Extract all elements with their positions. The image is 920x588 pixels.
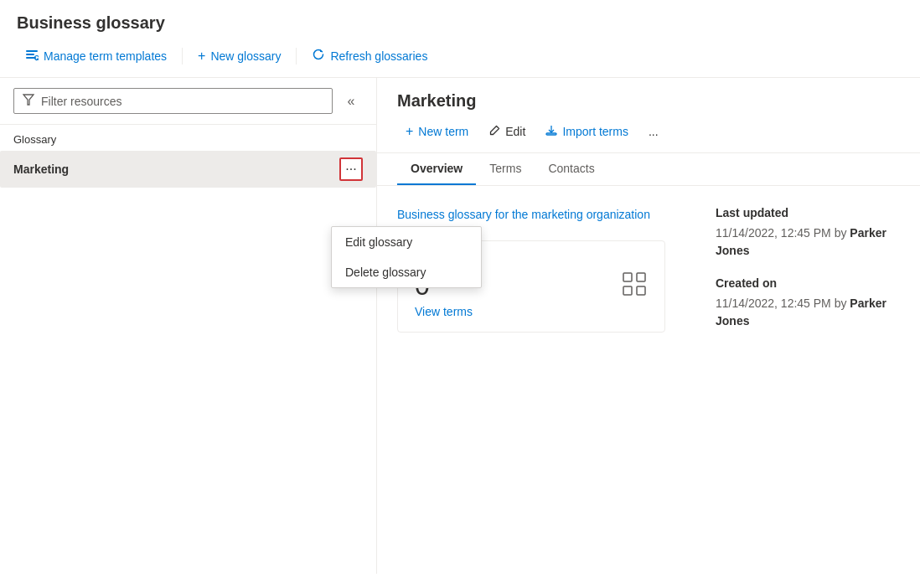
tab-overview[interactable]: Overview — [397, 153, 476, 185]
last-updated-value: 11/14/2022, 12:45 PM by Parker Jones — [716, 224, 900, 260]
delete-glossary-label: Delete glossary — [345, 266, 426, 279]
collapse-sidebar-button[interactable]: « — [339, 90, 363, 113]
overview-right: Last updated 11/14/2022, 12:45 PM by Par… — [716, 206, 900, 554]
more-options-icon: ... — [649, 125, 659, 138]
delete-glossary-menu-item[interactable]: Delete glossary — [332, 257, 481, 287]
edit-button[interactable]: Edit — [480, 120, 534, 144]
grid-icon — [621, 271, 648, 303]
svg-rect-7 — [623, 273, 632, 281]
manage-templates-label: Manage term templates — [44, 49, 167, 63]
toolbar-separator-1 — [182, 48, 183, 64]
top-bar: Business glossary Manage term templates … — [0, 0, 920, 78]
refresh-icon — [312, 48, 325, 64]
filter-icon — [23, 94, 34, 108]
import-terms-label: Import terms — [562, 125, 628, 138]
svg-rect-10 — [637, 286, 645, 295]
new-term-button[interactable]: + New term — [397, 119, 477, 144]
svg-rect-1 — [26, 54, 34, 55]
svg-marker-5 — [23, 95, 34, 105]
manage-templates-button[interactable]: Manage term templates — [17, 43, 175, 69]
glossary-section-label: Glossary — [0, 125, 376, 151]
ellipsis-icon: ··· — [345, 162, 356, 177]
new-term-plus-icon: + — [406, 124, 413, 139]
last-updated-section: Last updated 11/14/2022, 12:45 PM by Par… — [716, 206, 900, 260]
toolbar-separator-2 — [296, 48, 297, 64]
tab-contacts-label: Contacts — [548, 162, 594, 175]
sidebar: Filter resources « Glossary Marketing ··… — [0, 78, 377, 574]
import-terms-button[interactable]: Import terms — [537, 120, 637, 144]
content-toolbar: + New term Edit Import terms ... — [397, 119, 900, 144]
plus-icon: + — [198, 49, 205, 64]
chevron-left-icon: « — [348, 94, 355, 109]
new-glossary-label: New glossary — [210, 49, 281, 63]
refresh-button[interactable]: Refresh glossaries — [303, 43, 436, 69]
created-on-value: 11/14/2022, 12:45 PM by Parker Jones — [716, 295, 900, 330]
filter-resources-input[interactable]: Filter resources — [13, 88, 333, 114]
svg-rect-9 — [623, 286, 632, 295]
import-icon — [545, 125, 557, 139]
context-menu: Edit glossary Delete glossary — [331, 226, 482, 288]
tab-contacts[interactable]: Contacts — [535, 153, 607, 185]
tabs-bar: Overview Terms Contacts — [377, 153, 920, 186]
tab-terms-label: Terms — [489, 162, 521, 175]
sidebar-item-marketing[interactable]: Marketing ··· — [0, 151, 376, 188]
content-title: Marketing — [397, 91, 900, 111]
view-terms-link[interactable]: View terms — [415, 305, 473, 318]
filter-placeholder: Filter resources — [41, 95, 121, 108]
last-updated-label: Last updated — [716, 206, 900, 219]
more-options-button[interactable]: ... — [640, 120, 667, 143]
edit-label: Edit — [505, 125, 525, 138]
svg-rect-6 — [546, 133, 556, 135]
new-term-label: New term — [418, 125, 468, 138]
created-on-label: Created on — [716, 276, 900, 290]
edit-pencil-icon — [488, 125, 500, 139]
svg-rect-8 — [637, 273, 645, 281]
content-header: Marketing + New term Edit Import terms — [377, 78, 920, 153]
marketing-more-button[interactable]: ··· — [339, 157, 363, 181]
new-glossary-button[interactable]: + New glossary — [189, 44, 289, 69]
page-title: Business glossary — [17, 13, 903, 33]
content-panel: Marketing + New term Edit Import terms — [377, 78, 920, 574]
edit-glossary-menu-item[interactable]: Edit glossary — [332, 227, 481, 257]
tab-overview-label: Overview — [411, 162, 463, 175]
created-on-section: Created on 11/14/2022, 12:45 PM by Parke… — [716, 276, 900, 330]
refresh-label: Refresh glossaries — [330, 49, 427, 63]
main-toolbar: Manage term templates + New glossary Ref… — [17, 43, 903, 69]
main-layout: Filter resources « Glossary Marketing ··… — [0, 78, 920, 574]
svg-rect-0 — [26, 50, 38, 52]
sidebar-item-marketing-label: Marketing — [13, 162, 69, 176]
description-text: Business glossary for the marketing orga… — [397, 206, 682, 224]
filter-bar: Filter resources « — [0, 78, 376, 125]
edit-glossary-label: Edit glossary — [345, 235, 412, 249]
manage-templates-icon — [25, 48, 39, 64]
tab-terms[interactable]: Terms — [476, 153, 535, 185]
